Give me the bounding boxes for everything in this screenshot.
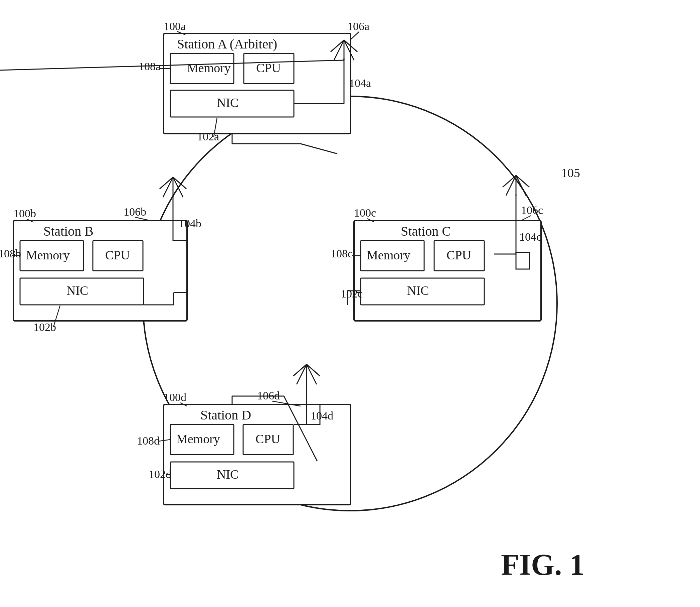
svg-line-36	[516, 175, 526, 195]
label-108d: 108d	[137, 435, 160, 447]
label-100d: 100d	[163, 391, 187, 403]
ring-label: 105	[561, 166, 580, 180]
label-102d: 102d	[149, 468, 171, 480]
svg-line-34	[521, 215, 531, 221]
svg-line-51	[307, 364, 316, 384]
station-c-label: Station C	[401, 224, 451, 239]
label-102c: 102c	[341, 288, 363, 300]
label-100c: 100c	[354, 207, 376, 219]
svg-line-23	[160, 177, 173, 189]
memory-a-label: Memory	[187, 61, 231, 75]
nic-d-label: NIC	[217, 467, 238, 481]
cpu-c-label: CPU	[446, 248, 471, 262]
label-104c: 104c	[519, 231, 541, 243]
label-100a: 100a	[163, 20, 186, 33]
memory-c-label: Memory	[367, 248, 411, 262]
label-102a: 102a	[197, 130, 219, 143]
label-106a: 106a	[347, 20, 369, 33]
svg-line-53	[293, 364, 307, 376]
label-106b: 106b	[124, 206, 146, 218]
station-a-label: Station A (Arbiter)	[177, 37, 277, 51]
svg-line-35	[506, 175, 516, 195]
memory-d-label: Memory	[176, 432, 220, 446]
label-108c: 108c	[331, 247, 353, 260]
label-106c: 106c	[521, 204, 543, 216]
svg-rect-43	[516, 252, 529, 269]
svg-line-50	[297, 364, 307, 384]
cpu-b-label: CPU	[105, 248, 130, 262]
diagram-container: 105 Station A (Arbiter) Memory CPU NIC 1…	[0, 0, 700, 607]
nic-b-label: NIC	[66, 284, 88, 297]
cpu-d-label: CPU	[256, 432, 280, 446]
label-108b: 108b	[0, 247, 21, 260]
svg-line-15	[301, 144, 337, 154]
station-d-label: Station D	[200, 407, 251, 422]
figure-label: FIG. 1	[501, 548, 585, 581]
label-102b: 102b	[34, 321, 56, 333]
memory-b-label: Memory	[26, 248, 70, 262]
label-100b: 100b	[13, 207, 36, 219]
svg-line-12	[350, 32, 359, 40]
label-104d: 104d	[311, 410, 333, 422]
nic-a-label: NIC	[217, 96, 238, 110]
svg-line-38	[503, 175, 516, 187]
label-104a: 104a	[349, 77, 371, 89]
svg-line-20	[163, 177, 173, 197]
svg-line-54	[307, 364, 320, 376]
station-b-label: Station B	[43, 224, 93, 239]
nic-c-label: NIC	[407, 284, 429, 297]
label-104b: 104b	[179, 217, 201, 230]
